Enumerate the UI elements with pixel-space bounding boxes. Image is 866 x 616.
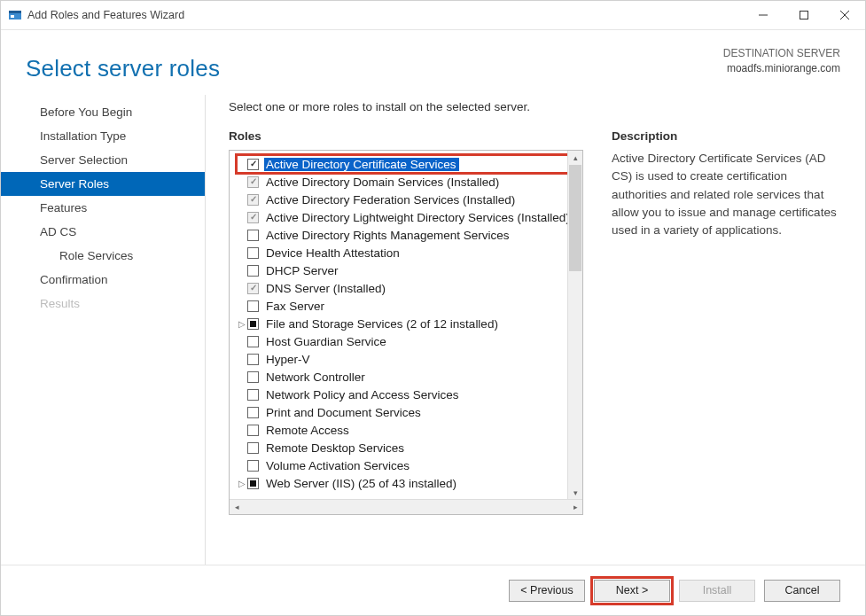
role-label: Remote Access [264,424,352,437]
role-checkbox[interactable] [247,247,259,259]
next-button[interactable]: Next > [594,580,670,602]
main-panel: Select one or more roles to install on t… [205,95,840,565]
role-item[interactable]: Active Directory Lightweight Directory S… [237,208,581,226]
titlebar: Add Roles and Features Wizard [1,1,865,30]
role-label: Print and Document Services [264,406,424,419]
role-item[interactable]: Hyper-V [237,350,581,368]
destination-server: moadfs.miniorange.com [723,61,840,76]
role-item[interactable]: Volume Activation Services [237,456,581,474]
step-item[interactable]: Server Selection [1,148,205,172]
role-label: Hyper-V [264,353,313,366]
role-label: Network Policy and Access Services [264,388,462,402]
role-item[interactable]: Active Directory Domain Services (Instal… [237,173,581,191]
svg-rect-1 [9,11,21,13]
role-checkbox[interactable] [247,389,259,401]
role-item[interactable]: Active Directory Federation Services (In… [237,191,581,208]
role-label: Network Controller [264,370,368,384]
role-checkbox[interactable] [247,176,259,188]
role-label: Active Directory Rights Management Servi… [264,229,512,242]
role-item[interactable]: Network Policy and Access Services [237,386,581,403]
header: Select server roles DESTINATION SERVER m… [1,30,865,82]
role-checkbox[interactable] [247,212,259,223]
destination-info: DESTINATION SERVER moadfs.miniorange.com [723,46,840,76]
role-item[interactable]: Remote Desktop Services [237,439,581,456]
role-checkbox[interactable] [247,336,259,347]
roles-label: Roles [229,129,583,143]
previous-button[interactable]: < Previous [509,580,585,602]
role-label: Active Directory Lightweight Directory S… [264,211,573,224]
role-item[interactable]: ▷File and Storage Services (2 of 12 inst… [237,315,581,332]
role-checkbox[interactable] [247,318,259,330]
role-label: DHCP Server [264,264,341,277]
role-checkbox[interactable] [247,442,259,454]
columns: Roles Active Directory Certificate Servi… [229,129,840,565]
role-label: Active Directory Domain Services (Instal… [264,175,502,189]
scroll-down-icon[interactable]: ▾ [568,486,582,500]
app-icon [8,8,22,22]
body: Before You BeginInstallation TypeServer … [1,82,865,565]
role-item[interactable]: Network Controller [237,368,581,386]
scroll-track[interactable] [568,165,582,486]
horizontal-scrollbar[interactable]: ◂ ▸ [230,499,582,514]
scroll-up-icon[interactable]: ▴ [568,151,582,165]
role-item[interactable]: Host Guardian Service [237,332,581,350]
svg-rect-2 [11,15,14,18]
step-item[interactable]: Role Services [1,244,205,268]
role-label: Active Directory Federation Services (In… [264,193,518,207]
step-item[interactable]: Confirmation [1,268,205,292]
expand-icon[interactable]: ▷ [237,479,247,488]
step-item[interactable]: Features [1,196,205,220]
role-checkbox[interactable] [247,460,259,472]
role-item[interactable]: DHCP Server [237,261,581,279]
role-item[interactable]: Active Directory Rights Management Servi… [237,226,581,244]
destination-label: DESTINATION SERVER [723,46,840,61]
step-item: Results [1,292,205,316]
install-button[interactable]: Install [679,580,755,602]
role-label: File and Storage Services (2 of 12 insta… [264,317,501,331]
step-item[interactable]: AD CS [1,220,205,244]
role-item[interactable]: DNS Server (Installed) [237,279,581,297]
role-label: Fax Server [264,300,327,313]
vertical-scrollbar[interactable]: ▴ ▾ [567,151,582,500]
role-label: Volume Activation Services [264,459,412,472]
role-checkbox[interactable] [247,159,259,170]
step-item[interactable]: Before You Begin [1,100,205,124]
scroll-left-icon[interactable]: ◂ [230,503,244,511]
role-item[interactable]: Active Directory Certificate Services [237,155,581,173]
instruction-text: Select one or more roles to install on t… [229,100,840,113]
svg-rect-4 [800,12,808,19]
role-item[interactable]: Fax Server [237,297,581,315]
role-checkbox[interactable] [247,300,259,312]
role-checkbox[interactable] [247,425,259,436]
role-item[interactable]: Remote Access [237,421,581,439]
role-label: DNS Server (Installed) [264,282,388,295]
wizard-window: Add Roles and Features Wizard Select ser… [0,0,866,616]
window-controls [743,1,865,29]
expand-icon[interactable]: ▷ [237,319,247,329]
scroll-thumb[interactable] [569,165,581,271]
cancel-button[interactable]: Cancel [764,580,840,602]
role-checkbox[interactable] [247,265,259,277]
close-button[interactable] [824,1,865,29]
role-checkbox[interactable] [247,407,259,418]
roles-list[interactable]: Active Directory Certificate ServicesAct… [230,151,582,514]
role-checkbox[interactable] [247,371,259,383]
role-checkbox[interactable] [247,230,259,241]
role-item[interactable]: ▷Web Server (IIS) (25 of 43 installed) [237,474,581,492]
role-checkbox[interactable] [247,283,259,294]
role-checkbox[interactable] [247,478,259,489]
role-item[interactable]: Device Health Attestation [237,244,581,261]
step-item[interactable]: Server Roles [1,172,205,196]
role-checkbox[interactable] [247,194,259,206]
minimize-button[interactable] [743,1,784,29]
role-label: Active Directory Certificate Services [264,158,459,171]
page-title: Select server roles [26,55,220,82]
role-checkbox[interactable] [247,354,259,365]
role-label: Device Health Attestation [264,246,402,260]
description-column: Description Active Directory Certificate… [612,129,840,565]
maximize-button[interactable] [784,1,824,29]
scroll-right-icon[interactable]: ▸ [568,503,582,511]
role-item[interactable]: Print and Document Services [237,403,581,421]
steps-sidebar: Before You BeginInstallation TypeServer … [1,95,205,565]
step-item[interactable]: Installation Type [1,124,205,148]
